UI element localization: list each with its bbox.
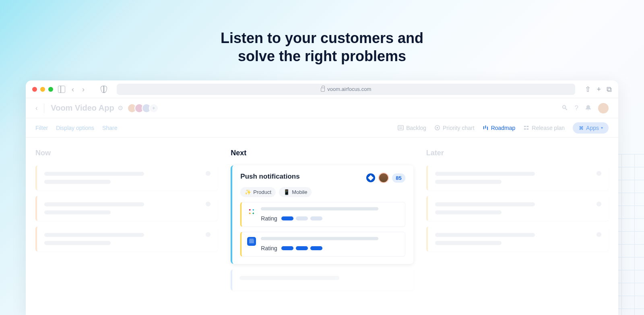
privacy-shield-icon[interactable] bbox=[101, 86, 107, 93]
intercom-icon bbox=[247, 237, 256, 246]
sidebar-toggle-icon[interactable] bbox=[58, 86, 65, 93]
card-placeholder[interactable] bbox=[35, 226, 218, 251]
rating-label: Rating bbox=[261, 215, 277, 222]
view-label: Backlog bbox=[406, 125, 426, 131]
column-now: Now bbox=[35, 149, 218, 296]
feature-card[interactable]: Push notifications 85 ✨ Product 📱 Mobile bbox=[231, 165, 413, 264]
tag-label: Product bbox=[253, 189, 271, 195]
jira-icon[interactable] bbox=[366, 173, 375, 182]
share-button[interactable]: Share bbox=[102, 125, 117, 131]
new-tab-icon[interactable]: + bbox=[597, 86, 601, 93]
window-close-icon[interactable] bbox=[32, 87, 37, 92]
hero-line-2: solve the right problems bbox=[238, 48, 406, 64]
tag-product[interactable]: ✨ Product bbox=[240, 187, 276, 197]
card-placeholder[interactable] bbox=[426, 226, 609, 251]
apps-button[interactable]: Apps ▾ bbox=[573, 122, 609, 134]
search-icon[interactable]: 🔍︎ bbox=[561, 104, 568, 112]
filter-button[interactable]: Filter bbox=[35, 125, 48, 131]
notifications-icon[interactable]: 🔔︎ bbox=[585, 104, 592, 112]
mobile-icon: 📱 bbox=[283, 189, 290, 195]
help-icon[interactable]: ? bbox=[575, 104, 578, 112]
tabs-overview-icon[interactable]: ⧉ bbox=[607, 86, 612, 93]
display-options-button[interactable]: Display options bbox=[56, 125, 94, 131]
column-next: Next Push notifications 85 ✨ Product bbox=[231, 149, 413, 296]
chevron-down-icon: ▾ bbox=[601, 126, 603, 130]
target-icon bbox=[434, 125, 440, 131]
svg-rect-11 bbox=[527, 128, 529, 130]
add-collaborator-button[interactable]: + bbox=[149, 103, 159, 113]
roadmap-icon bbox=[483, 125, 489, 131]
workspace-title[interactable]: Voom Video App bbox=[51, 103, 114, 113]
toolbar: Filter Display options Share Backlog Pri… bbox=[26, 118, 618, 138]
view-label: Roadmap bbox=[491, 125, 516, 131]
svg-rect-8 bbox=[524, 126, 526, 127]
priority-score: 85 bbox=[392, 173, 405, 183]
release-icon bbox=[523, 125, 529, 131]
svg-rect-10 bbox=[524, 128, 526, 130]
svg-rect-9 bbox=[527, 126, 529, 127]
window-zoom-icon[interactable] bbox=[48, 87, 53, 92]
insight-intercom[interactable]: Rating bbox=[240, 232, 405, 257]
view-roadmap[interactable]: Roadmap bbox=[483, 125, 516, 131]
tag-label: Mobile bbox=[292, 189, 307, 195]
share-icon[interactable]: ⇧ bbox=[585, 86, 591, 93]
card-placeholder[interactable] bbox=[35, 165, 218, 190]
puzzle-icon bbox=[578, 125, 584, 131]
traffic-lights bbox=[32, 87, 53, 92]
url-bar[interactable]: voom.airfocus.com bbox=[117, 84, 575, 95]
insight-text-placeholder bbox=[261, 237, 378, 240]
view-label: Release plan bbox=[532, 125, 565, 131]
card-placeholder[interactable] bbox=[426, 165, 609, 190]
divider bbox=[44, 103, 44, 113]
lock-icon bbox=[321, 88, 325, 92]
column-title: Now bbox=[35, 149, 218, 157]
rating-bars bbox=[281, 246, 322, 250]
card-placeholder[interactable] bbox=[231, 270, 413, 290]
insight-text-placeholder bbox=[261, 207, 378, 210]
assignee-avatar[interactable] bbox=[378, 173, 389, 183]
breadcrumb-back-icon[interactable]: ‹ bbox=[35, 105, 37, 112]
svg-rect-0 bbox=[398, 126, 403, 130]
window-minimize-icon[interactable] bbox=[40, 87, 45, 92]
nav-forward-icon[interactable]: › bbox=[80, 86, 86, 93]
insight-slack[interactable]: Rating bbox=[240, 202, 405, 227]
column-title: Next bbox=[231, 149, 413, 157]
nav-back-icon[interactable]: ‹ bbox=[70, 86, 76, 93]
tag-mobile[interactable]: 📱 Mobile bbox=[279, 187, 312, 197]
card-placeholder[interactable] bbox=[426, 196, 609, 221]
apps-label: Apps bbox=[586, 125, 599, 131]
view-release-plan[interactable]: Release plan bbox=[523, 125, 565, 131]
hero-title: Listen to your customers and solve the r… bbox=[0, 0, 644, 65]
profile-avatar[interactable] bbox=[598, 103, 609, 113]
url-text: voom.airfocus.com bbox=[327, 86, 371, 92]
rating-bars bbox=[281, 216, 322, 220]
view-backlog[interactable]: Backlog bbox=[398, 125, 426, 131]
hero-line-1: Listen to your customers and bbox=[221, 30, 423, 46]
rating-label: Rating bbox=[261, 245, 277, 251]
browser-window: ‹ › voom.airfocus.com ⇧ + ⧉ ‹ Voom Video… bbox=[26, 80, 618, 315]
kanban-board: Now Next Push notifications 85 bbox=[26, 138, 618, 296]
column-title: Later bbox=[426, 149, 609, 157]
sparkle-icon: ✨ bbox=[245, 189, 251, 195]
collaborator-avatars: + bbox=[130, 103, 159, 113]
browser-chrome-bar: ‹ › voom.airfocus.com ⇧ + ⧉ bbox=[26, 80, 618, 98]
card-placeholder[interactable] bbox=[35, 196, 218, 221]
list-icon bbox=[398, 125, 404, 131]
gear-icon[interactable]: ⚙ bbox=[118, 104, 123, 112]
view-priority-chart[interactable]: Priority chart bbox=[434, 125, 475, 131]
card-title: Push notifications bbox=[240, 173, 366, 181]
svg-point-4 bbox=[437, 127, 438, 129]
column-later: Later bbox=[426, 149, 609, 296]
slack-icon bbox=[247, 207, 256, 216]
view-label: Priority chart bbox=[443, 125, 475, 131]
app-header: ‹ Voom Video App ⚙ + 🔍︎ ? 🔔︎ bbox=[26, 98, 618, 118]
